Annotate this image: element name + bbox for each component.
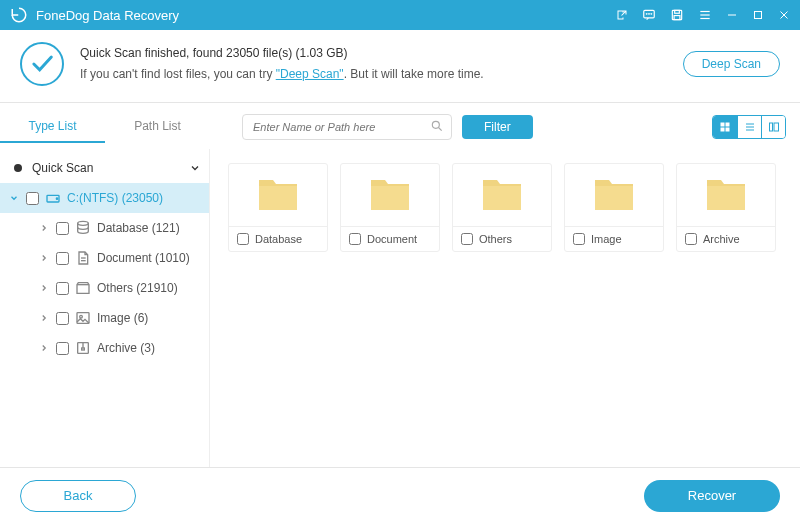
back-button[interactable]: Back — [20, 480, 136, 512]
search-icon[interactable] — [430, 119, 444, 133]
svg-line-15 — [439, 128, 442, 131]
drive-checkbox[interactable] — [26, 192, 39, 205]
tree-root-label: Quick Scan — [32, 161, 93, 175]
tree-checkbox[interactable] — [56, 252, 69, 265]
maximize-icon[interactable] — [752, 9, 764, 21]
sidebar-tree: Quick Scan C:(NTFS) (23050) Database (12… — [0, 149, 210, 521]
grid-view-icon[interactable] — [713, 116, 737, 138]
folder-card[interactable]: Archive — [676, 163, 776, 252]
drive-icon — [45, 190, 61, 206]
svg-rect-39 — [595, 186, 633, 210]
svg-rect-19 — [726, 128, 730, 132]
tree-item-label: Database (121) — [97, 221, 180, 235]
list-tabs: Type List Path List — [0, 111, 210, 143]
image-icon — [75, 310, 91, 326]
scan-summary: Quick Scan finished, found 23050 file(s)… — [80, 44, 683, 63]
app-title: FoneDog Data Recovery — [36, 8, 616, 23]
folder-card[interactable]: Others — [452, 163, 552, 252]
chevron-down-icon[interactable] — [189, 162, 201, 174]
archive-icon — [75, 340, 91, 356]
chevron-down-icon[interactable] — [8, 193, 20, 203]
svg-point-27 — [78, 221, 89, 225]
tree-item[interactable]: Archive (3) — [0, 333, 209, 363]
others-icon — [75, 280, 91, 296]
chevron-right-icon[interactable] — [38, 343, 50, 353]
content-grid: DatabaseDocumentOthersImageArchive — [210, 149, 800, 521]
svg-point-26 — [56, 198, 57, 199]
folder-label: Archive — [703, 233, 740, 245]
svg-point-32 — [80, 315, 83, 318]
folder-icon — [481, 178, 523, 212]
svg-point-14 — [432, 121, 439, 128]
tab-type-list[interactable]: Type List — [0, 111, 105, 143]
close-icon[interactable] — [778, 9, 790, 21]
toolbar: Type List Path List Filter — [0, 103, 800, 149]
svg-rect-35 — [82, 348, 85, 350]
chevron-right-icon[interactable] — [38, 253, 50, 263]
chevron-right-icon[interactable] — [38, 283, 50, 293]
folder-checkbox[interactable] — [237, 233, 249, 245]
svg-rect-18 — [721, 128, 725, 132]
svg-rect-38 — [483, 186, 521, 210]
folder-footer: Others — [453, 226, 551, 251]
chevron-right-icon[interactable] — [38, 223, 50, 233]
tree-drive-c[interactable]: C:(NTFS) (23050) — [0, 183, 209, 213]
svg-rect-17 — [726, 123, 730, 127]
checkmark-icon — [20, 42, 64, 86]
share-icon[interactable] — [616, 9, 628, 21]
tree-item-label: Archive (3) — [97, 341, 155, 355]
tree-item[interactable]: Image (6) — [0, 303, 209, 333]
deep-scan-link[interactable]: "Deep Scan" — [276, 67, 344, 81]
folder-footer: Database — [229, 226, 327, 251]
folder-card[interactable]: Document — [340, 163, 440, 252]
save-icon[interactable] — [670, 8, 684, 22]
deep-scan-button[interactable]: Deep Scan — [683, 51, 780, 77]
tree-item[interactable]: Document (1010) — [0, 243, 209, 273]
recover-button[interactable]: Recover — [644, 480, 780, 512]
tree-item[interactable]: Database (121) — [0, 213, 209, 243]
footer: Back Recover — [0, 467, 800, 523]
tree-item-label: Image (6) — [97, 311, 148, 325]
search-input[interactable] — [242, 114, 452, 140]
filter-button[interactable]: Filter — [462, 115, 533, 139]
folder-footer: Image — [565, 226, 663, 251]
list-view-icon[interactable] — [737, 116, 761, 138]
folder-checkbox[interactable] — [573, 233, 585, 245]
svg-rect-11 — [755, 12, 762, 19]
folder-label: Database — [255, 233, 302, 245]
svg-point-2 — [649, 13, 650, 14]
feedback-icon[interactable] — [642, 8, 656, 22]
titlebar: FoneDog Data Recovery — [0, 0, 800, 30]
folder-checkbox[interactable] — [461, 233, 473, 245]
tree-checkbox[interactable] — [56, 222, 69, 235]
svg-rect-40 — [707, 186, 745, 210]
app-logo-icon — [10, 6, 28, 24]
tree-checkbox[interactable] — [56, 342, 69, 355]
svg-point-3 — [651, 13, 652, 14]
folder-icon — [257, 178, 299, 212]
tree-item-label: Others (21910) — [97, 281, 178, 295]
view-toggle — [712, 115, 786, 139]
folder-footer: Document — [341, 226, 439, 251]
detail-view-icon[interactable] — [761, 116, 785, 138]
folder-card[interactable]: Database — [228, 163, 328, 252]
drive-label: C:(NTFS) (23050) — [67, 191, 163, 205]
tab-path-list[interactable]: Path List — [105, 111, 210, 143]
svg-rect-23 — [769, 123, 772, 131]
folder-footer: Archive — [677, 226, 775, 251]
minimize-icon[interactable] — [726, 9, 738, 21]
folder-card[interactable]: Image — [564, 163, 664, 252]
tree-item[interactable]: Others (21910) — [0, 273, 209, 303]
scan-status-banner: Quick Scan finished, found 23050 file(s)… — [0, 30, 800, 103]
svg-rect-16 — [721, 123, 725, 127]
folder-checkbox[interactable] — [349, 233, 361, 245]
folder-checkbox[interactable] — [685, 233, 697, 245]
svg-rect-37 — [371, 186, 409, 210]
svg-rect-5 — [675, 10, 680, 13]
chevron-right-icon[interactable] — [38, 313, 50, 323]
tree-checkbox[interactable] — [56, 282, 69, 295]
tree-root-quick-scan[interactable]: Quick Scan — [0, 153, 209, 183]
tree-item-label: Document (1010) — [97, 251, 190, 265]
menu-icon[interactable] — [698, 8, 712, 22]
tree-checkbox[interactable] — [56, 312, 69, 325]
